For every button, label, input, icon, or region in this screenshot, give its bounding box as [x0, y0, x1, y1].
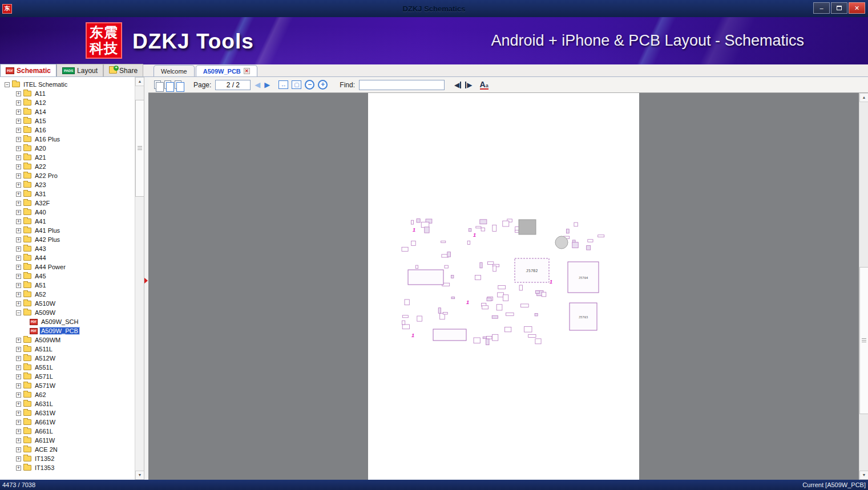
tree-item-a45[interactable]: +A45 — [0, 272, 135, 281]
tile-pages-icon[interactable] — [164, 80, 171, 89]
tree-item-a661w[interactable]: +A661W — [0, 418, 135, 427]
expand-toggle-icon[interactable]: + — [16, 155, 21, 160]
expand-toggle-icon[interactable]: + — [16, 456, 21, 461]
find-previous-icon[interactable]: ◀ — [454, 82, 461, 88]
doc-tab-welcome[interactable]: Welcome — [154, 65, 195, 76]
tree-item-a23[interactable]: +A23 — [0, 180, 135, 189]
tree-item-a41[interactable]: +A41 — [0, 217, 135, 226]
tree-item-a21[interactable]: +A21 — [0, 153, 135, 162]
fit-page-icon[interactable]: ▢ — [292, 80, 301, 89]
sidebar-scrollbar[interactable]: ▲ ▼ — [135, 77, 144, 480]
viewer-scroll-thumb[interactable] — [859, 267, 868, 414]
viewer-scrollbar[interactable]: ▲ ▼ — [859, 93, 868, 480]
doc-tab-a509w-pcb[interactable]: A509W_PCB ✕ — [196, 65, 257, 76]
tree-item-a16[interactable]: +A16 — [0, 125, 135, 135]
tree-item-a20[interactable]: +A20 — [0, 144, 135, 153]
tree-item-a631l[interactable]: +A631L — [0, 399, 135, 408]
tree-item-a511l[interactable]: +A511L — [0, 345, 135, 354]
expand-toggle-icon[interactable]: + — [16, 402, 21, 407]
panel-splitter[interactable] — [144, 77, 148, 480]
expand-toggle-icon[interactable]: + — [16, 192, 21, 197]
tree-item-a14[interactable]: +A14 — [0, 107, 135, 116]
tree-item-a44-power[interactable]: +A44 Power — [0, 262, 135, 272]
expand-toggle-icon[interactable]: + — [16, 237, 21, 242]
expand-toggle-icon[interactable]: + — [16, 338, 21, 343]
next-page-icon[interactable]: ▶ — [264, 81, 270, 88]
expand-toggle-icon[interactable]: + — [16, 292, 21, 297]
expand-toggle-icon[interactable]: + — [16, 256, 21, 261]
expand-toggle-icon[interactable]: + — [16, 246, 21, 252]
tree-item-a43[interactable]: +A43 — [0, 244, 135, 253]
maximize-button[interactable] — [831, 2, 847, 14]
expand-toggle-icon[interactable]: + — [16, 201, 21, 206]
font-size-icon[interactable]: Aa — [480, 80, 488, 90]
pdf-page[interactable]: J5702 J5704 J5703 1 1 1 1 1 — [368, 93, 639, 480]
collapse-toggle-icon[interactable]: − — [5, 82, 10, 87]
find-input[interactable] — [359, 80, 445, 90]
expand-toggle-icon[interactable]: + — [16, 392, 21, 398]
tree-item-a11[interactable]: +A11 — [0, 89, 135, 98]
tree-item-a661l[interactable]: +A661L — [0, 427, 135, 436]
close-tab-icon[interactable]: ✕ — [244, 68, 250, 74]
tab-layout[interactable]: PADS Layout — [56, 64, 103, 76]
tree-item-a51[interactable]: +A51 — [0, 281, 135, 290]
expand-toggle-icon[interactable]: + — [16, 429, 21, 434]
tree-item-a611w[interactable]: +A611W — [0, 436, 135, 445]
expand-toggle-icon[interactable]: + — [16, 219, 21, 224]
tree-item-ace-2n[interactable]: +ACE 2N — [0, 445, 135, 454]
expand-toggle-icon[interactable]: + — [16, 137, 21, 142]
tree-item-a44[interactable]: +A44 — [0, 253, 135, 262]
tree-item-a52[interactable]: +A52 — [0, 290, 135, 299]
tree-item-a509w[interactable]: −A509W — [0, 308, 135, 317]
viewer-scroll-up-icon[interactable]: ▲ — [859, 93, 868, 102]
expand-toggle-icon[interactable]: + — [16, 420, 21, 425]
expand-toggle-icon[interactable]: + — [16, 146, 21, 151]
tree-item-a571l[interactable]: +A571L — [0, 372, 135, 381]
scroll-down-icon[interactable]: ▼ — [135, 471, 144, 480]
viewer-scroll-down-icon[interactable]: ▼ — [859, 471, 868, 480]
expand-toggle-icon[interactable]: + — [16, 210, 21, 215]
tree-item-a631w[interactable]: +A631W — [0, 408, 135, 418]
expand-toggle-icon[interactable]: + — [16, 91, 21, 96]
tree-item-a512w[interactable]: +A512W — [0, 354, 135, 363]
snapshot-icon[interactable] — [175, 80, 181, 89]
expand-toggle-icon[interactable]: + — [16, 164, 21, 169]
tree-item-a16-plus[interactable]: +A16 Plus — [0, 135, 135, 144]
tree-item-a22-pro[interactable]: +A22 Pro — [0, 171, 135, 180]
expand-toggle-icon[interactable]: + — [16, 274, 21, 279]
scroll-up-icon[interactable]: ▲ — [135, 77, 144, 86]
previous-page-icon[interactable]: ◀ — [255, 81, 260, 88]
tree-item-a40[interactable]: +A40 — [0, 208, 135, 217]
tree-item-a42-plus[interactable]: +A42 Plus — [0, 235, 135, 244]
splitter-collapse-icon[interactable] — [144, 278, 148, 284]
zoom-out-icon[interactable]: − — [305, 80, 314, 90]
expand-toggle-icon[interactable]: + — [16, 183, 21, 188]
expand-toggle-icon[interactable]: + — [16, 383, 21, 388]
expand-toggle-icon[interactable]: + — [16, 465, 21, 471]
tree-item-a41-plus[interactable]: +A41 Plus — [0, 226, 135, 235]
expand-toggle-icon[interactable]: + — [16, 173, 21, 179]
expand-toggle-icon[interactable]: + — [16, 374, 21, 379]
expand-toggle-icon[interactable]: + — [16, 301, 21, 306]
fit-width-icon[interactable]: ↔ — [278, 80, 288, 89]
tree-item-a32f[interactable]: +A32F — [0, 199, 135, 208]
page-input[interactable] — [215, 80, 251, 90]
tab-share[interactable]: + Share — [103, 64, 143, 76]
expand-toggle-icon[interactable]: + — [16, 411, 21, 416]
tree-item-a571w[interactable]: +A571W — [0, 381, 135, 390]
tab-schematic[interactable]: PDF Schematic — [0, 64, 56, 76]
expand-toggle-icon[interactable]: + — [16, 100, 21, 106]
expand-toggle-icon[interactable]: + — [16, 365, 21, 370]
tree-item-a509wm[interactable]: +A509WM — [0, 335, 135, 345]
tree-item-a15[interactable]: +A15 — [0, 116, 135, 125]
tree-item-it1353[interactable]: +IT1353 — [0, 463, 135, 472]
expand-toggle-icon[interactable]: + — [16, 128, 21, 133]
tree-item-a12[interactable]: +A12 — [0, 98, 135, 107]
expand-toggle-icon[interactable]: + — [16, 438, 21, 443]
tree-item-a509w-sch[interactable]: PDFA509W_SCH — [0, 317, 135, 326]
minimize-button[interactable]: – — [813, 2, 830, 14]
close-button[interactable]: ✕ — [849, 2, 865, 14]
tree-item-a31[interactable]: +A31 — [0, 189, 135, 199]
expand-toggle-icon[interactable]: + — [16, 110, 21, 115]
sidebar-scroll-thumb[interactable] — [135, 100, 144, 197]
